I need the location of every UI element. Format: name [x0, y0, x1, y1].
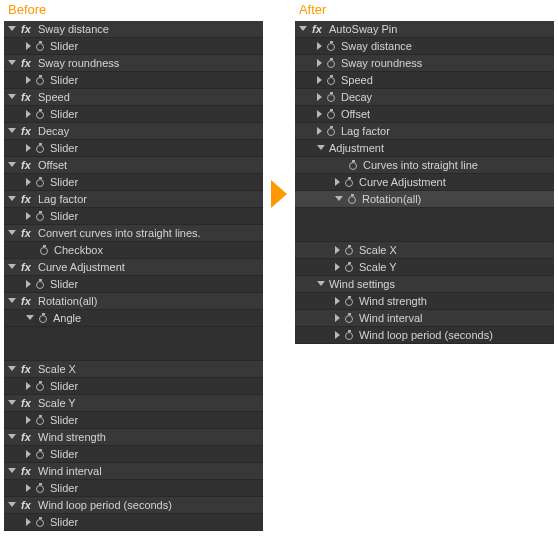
- effect-header[interactable]: fxScale X: [4, 361, 263, 378]
- disclosure-closed-icon[interactable]: [317, 127, 322, 135]
- effect-param[interactable]: Sway roundness: [295, 55, 554, 72]
- effect-param[interactable]: Slider: [4, 412, 263, 429]
- disclosure-open-icon[interactable]: [8, 94, 16, 99]
- stopwatch-icon[interactable]: [344, 296, 355, 307]
- stopwatch-icon[interactable]: [35, 41, 46, 52]
- effect-header[interactable]: fxSpeed: [4, 89, 263, 106]
- disclosure-open-icon[interactable]: [8, 400, 16, 405]
- effect-header[interactable]: fxConvert curves into straight lines.: [4, 225, 263, 242]
- stopwatch-icon[interactable]: [344, 330, 355, 341]
- stopwatch-icon[interactable]: [35, 449, 46, 460]
- stopwatch-icon[interactable]: [326, 126, 337, 137]
- disclosure-open-icon[interactable]: [8, 502, 16, 507]
- effect-header[interactable]: fxSway distance: [4, 21, 263, 38]
- effect-header[interactable]: fxAutoSway Pin: [295, 21, 554, 38]
- disclosure-open-icon[interactable]: [8, 230, 16, 235]
- disclosure-open-icon[interactable]: [8, 196, 16, 201]
- disclosure-open-icon[interactable]: [8, 264, 16, 269]
- disclosure-closed-icon[interactable]: [26, 144, 31, 152]
- disclosure-open-icon[interactable]: [8, 162, 16, 167]
- disclosure-closed-icon[interactable]: [317, 93, 322, 101]
- stopwatch-icon[interactable]: [344, 245, 355, 256]
- group-param[interactable]: Rotation(all): [295, 191, 554, 208]
- effect-param[interactable]: Speed: [295, 72, 554, 89]
- group-param[interactable]: Wind strength: [295, 293, 554, 310]
- effect-header[interactable]: fxSway roundness: [4, 55, 263, 72]
- disclosure-closed-icon[interactable]: [26, 110, 31, 118]
- effect-param[interactable]: Slider: [4, 140, 263, 157]
- disclosure-closed-icon[interactable]: [335, 331, 340, 339]
- stopwatch-icon[interactable]: [344, 313, 355, 324]
- stopwatch-icon[interactable]: [35, 177, 46, 188]
- disclosure-open-icon[interactable]: [317, 281, 325, 286]
- disclosure-open-icon[interactable]: [26, 315, 34, 320]
- disclosure-closed-icon[interactable]: [335, 297, 340, 305]
- stopwatch-icon[interactable]: [35, 75, 46, 86]
- stopwatch-icon[interactable]: [38, 313, 49, 324]
- stopwatch-icon[interactable]: [35, 415, 46, 426]
- disclosure-closed-icon[interactable]: [26, 382, 31, 390]
- stopwatch-icon[interactable]: [344, 177, 355, 188]
- effect-header[interactable]: fxWind interval: [4, 463, 263, 480]
- stopwatch-icon[interactable]: [35, 517, 46, 528]
- effect-header[interactable]: fxScale Y: [4, 395, 263, 412]
- effect-header[interactable]: fxOffset: [4, 157, 263, 174]
- group-header[interactable]: Wind settings: [295, 276, 554, 293]
- disclosure-closed-icon[interactable]: [26, 518, 31, 526]
- effect-param[interactable]: Slider: [4, 378, 263, 395]
- group-param[interactable]: Wind interval: [295, 310, 554, 327]
- stopwatch-icon[interactable]: [348, 160, 359, 171]
- effect-param[interactable]: Angle: [4, 310, 263, 327]
- stopwatch-icon[interactable]: [326, 75, 337, 86]
- effect-param[interactable]: Slider: [4, 480, 263, 497]
- effect-param[interactable]: Slider: [4, 514, 263, 531]
- disclosure-closed-icon[interactable]: [26, 42, 31, 50]
- disclosure-closed-icon[interactable]: [26, 178, 31, 186]
- stopwatch-icon[interactable]: [347, 194, 358, 205]
- effect-param[interactable]: Slider: [4, 38, 263, 55]
- group-param[interactable]: Curve Adjustment: [295, 174, 554, 191]
- disclosure-closed-icon[interactable]: [26, 416, 31, 424]
- disclosure-closed-icon[interactable]: [317, 76, 322, 84]
- disclosure-closed-icon[interactable]: [317, 59, 322, 67]
- stopwatch-icon[interactable]: [35, 483, 46, 494]
- disclosure-closed-icon[interactable]: [26, 450, 31, 458]
- effect-param[interactable]: Checkbox: [4, 242, 263, 259]
- disclosure-open-icon[interactable]: [8, 298, 16, 303]
- effect-param[interactable]: Decay: [295, 89, 554, 106]
- effect-header[interactable]: fxLag factor: [4, 191, 263, 208]
- disclosure-open-icon[interactable]: [317, 145, 325, 150]
- effect-param[interactable]: Slider: [4, 106, 263, 123]
- stopwatch-icon[interactable]: [35, 143, 46, 154]
- disclosure-open-icon[interactable]: [335, 196, 343, 201]
- disclosure-open-icon[interactable]: [8, 26, 16, 31]
- effect-param[interactable]: Slider: [4, 208, 263, 225]
- group-param[interactable]: Wind loop period (seconds): [295, 327, 554, 344]
- group-param[interactable]: Scale Y: [295, 259, 554, 276]
- disclosure-closed-icon[interactable]: [26, 76, 31, 84]
- effect-param[interactable]: Offset: [295, 106, 554, 123]
- disclosure-open-icon[interactable]: [8, 366, 16, 371]
- disclosure-closed-icon[interactable]: [335, 314, 340, 322]
- disclosure-open-icon[interactable]: [8, 60, 16, 65]
- effect-header[interactable]: fxCurve Adjustment: [4, 259, 263, 276]
- group-param[interactable]: Scale X: [295, 242, 554, 259]
- effect-param[interactable]: Sway distance: [295, 38, 554, 55]
- effect-param[interactable]: Slider: [4, 446, 263, 463]
- effect-header[interactable]: fxDecay: [4, 123, 263, 140]
- disclosure-open-icon[interactable]: [8, 434, 16, 439]
- stopwatch-icon[interactable]: [344, 262, 355, 273]
- disclosure-closed-icon[interactable]: [317, 110, 322, 118]
- effect-param[interactable]: Slider: [4, 72, 263, 89]
- disclosure-closed-icon[interactable]: [26, 484, 31, 492]
- stopwatch-icon[interactable]: [35, 279, 46, 290]
- disclosure-closed-icon[interactable]: [335, 263, 340, 271]
- disclosure-closed-icon[interactable]: [335, 246, 340, 254]
- stopwatch-icon[interactable]: [39, 245, 50, 256]
- effect-header[interactable]: fxWind loop period (seconds): [4, 497, 263, 514]
- group-param[interactable]: Curves into straight line: [295, 157, 554, 174]
- disclosure-closed-icon[interactable]: [26, 280, 31, 288]
- stopwatch-icon[interactable]: [326, 58, 337, 69]
- disclosure-closed-icon[interactable]: [317, 42, 322, 50]
- stopwatch-icon[interactable]: [326, 92, 337, 103]
